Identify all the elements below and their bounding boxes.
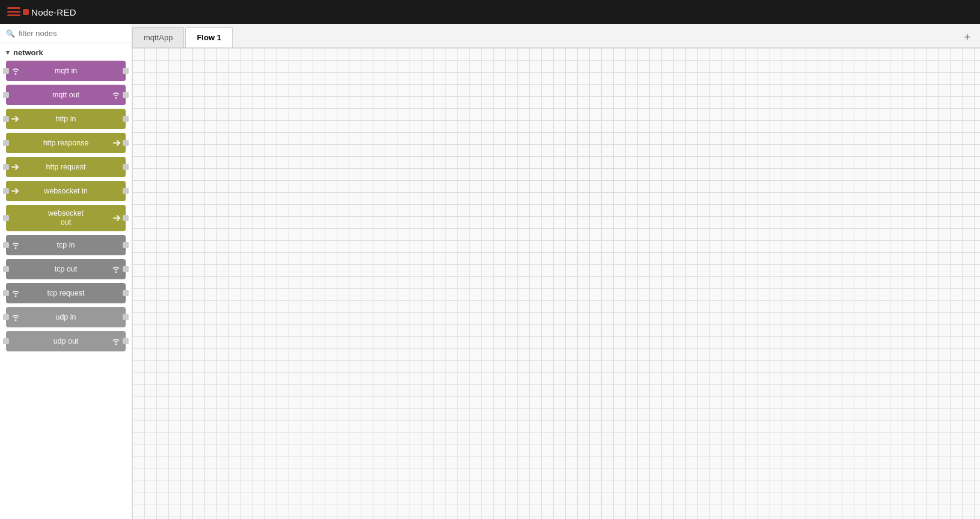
node-label: mqtt out [52, 91, 79, 99]
port-left [3, 314, 9, 320]
port-left [3, 188, 9, 194]
node-label: http request [46, 163, 85, 171]
node-udp-out[interactable]: udp out [6, 331, 126, 351]
logo: Node-RED [7, 5, 76, 19]
arrow-icon [11, 115, 19, 123]
port-right [123, 290, 129, 296]
port-right [123, 338, 129, 344]
node-websocket-in[interactable]: websocket in [6, 181, 126, 201]
tab-mqttApp[interactable]: mqttApp [132, 27, 184, 47]
tab-flow1[interactable]: Flow 1 [185, 27, 232, 47]
node-label: http in [55, 115, 76, 123]
arrow-icon [112, 139, 121, 147]
port-left [3, 338, 9, 344]
port-left [3, 290, 9, 296]
port-right [123, 68, 129, 74]
node-label: tcp out [55, 265, 78, 273]
wifi-icon [111, 265, 121, 273]
sidebar-content: ▾ network mqtt in mqtt out [0, 43, 132, 519]
port-left [3, 215, 9, 221]
node-red-logo-icon [7, 5, 29, 19]
port-right [123, 116, 129, 122]
port-right [123, 188, 129, 194]
wifi-icon [11, 241, 20, 249]
node-label: websocket in [44, 187, 87, 195]
node-mqtt-out[interactable]: mqtt out [6, 85, 126, 105]
tabs-bar: mqttApp Flow 1 + [132, 24, 980, 48]
wifi-icon [11, 313, 20, 321]
category-network[interactable]: ▾ network [0, 43, 132, 61]
node-http-in[interactable]: http in [6, 109, 126, 129]
node-label: mqtt in [55, 67, 78, 75]
nodes-list: mqtt in mqtt out http in [0, 61, 132, 356]
port-right [123, 164, 129, 170]
add-tab-button[interactable]: + [954, 27, 980, 47]
arrow-icon [11, 187, 19, 195]
chevron-down-icon: ▾ [6, 49, 10, 56]
node-websocket-out[interactable]: websocketout [6, 205, 126, 231]
canvas-area: mqttApp Flow 1 + [132, 24, 980, 519]
port-right [123, 92, 129, 98]
port-left [3, 92, 9, 98]
port-right [123, 314, 129, 320]
search-input[interactable] [19, 29, 126, 38]
header: Node-RED [0, 0, 980, 24]
node-http-request[interactable]: http request [6, 157, 126, 177]
svg-rect-0 [7, 7, 20, 9]
port-right [123, 215, 129, 221]
svg-rect-1 [7, 11, 20, 13]
port-left [3, 266, 9, 272]
wifi-icon [111, 91, 121, 99]
sidebar: 🔍 ▾ network mqtt in mqtt out [0, 24, 132, 519]
category-label: network [13, 48, 43, 57]
port-right [123, 242, 129, 248]
arrow-icon [11, 163, 19, 171]
node-tcp-out[interactable]: tcp out [6, 259, 126, 279]
filter-bar: 🔍 [0, 24, 132, 43]
node-http-response[interactable]: http response [6, 133, 126, 153]
node-mqtt-in[interactable]: mqtt in [6, 61, 126, 81]
search-icon: 🔍 [6, 29, 15, 38]
node-label: udp in [55, 313, 76, 321]
node-label: http response [43, 139, 89, 147]
node-label: tcp request [47, 289, 85, 297]
port-left [3, 68, 9, 74]
node-udp-in[interactable]: udp in [6, 307, 126, 327]
svg-rect-3 [23, 9, 29, 15]
wifi-icon [111, 337, 121, 345]
port-right [123, 266, 129, 272]
port-left [3, 140, 9, 146]
port-left [3, 116, 9, 122]
arrow-icon [112, 214, 121, 222]
wifi-icon [11, 289, 20, 297]
port-left [3, 242, 9, 248]
logo-text: Node-RED [31, 7, 76, 17]
node-tcp-in[interactable]: tcp in [6, 235, 126, 255]
node-tcp-request[interactable]: tcp request [6, 283, 126, 303]
wifi-icon [11, 67, 20, 75]
node-label: tcp in [57, 241, 75, 249]
port-left [3, 164, 9, 170]
flow-canvas[interactable] [132, 48, 980, 519]
port-right [123, 140, 129, 146]
node-label: udp out [54, 337, 79, 345]
main-layout: 🔍 ▾ network mqtt in mqtt out [0, 24, 980, 519]
svg-rect-2 [7, 14, 20, 16]
node-label: websocketout [48, 209, 84, 227]
